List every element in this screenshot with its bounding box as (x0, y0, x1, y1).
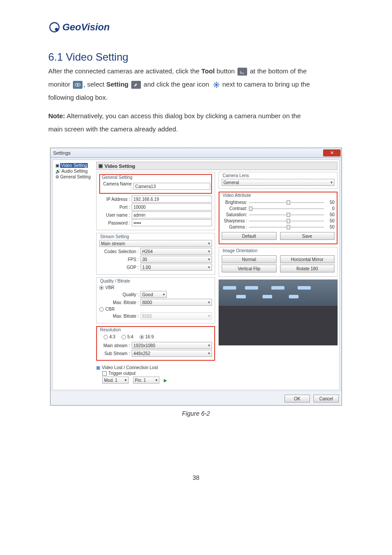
max-label: Max. Bitrate : (99, 300, 139, 305)
sharpness-val: 50 (326, 218, 334, 223)
saturation-val: 50 (326, 212, 334, 217)
text: next to camera to bring up the (222, 80, 309, 88)
quality-label: Quality : (99, 292, 139, 297)
contrast-val: 0 (326, 206, 334, 211)
text: , select (83, 80, 106, 88)
save-button[interactable]: Save (280, 232, 335, 240)
cancel-button[interactable]: Cancel (313, 395, 339, 403)
text: After the connected cameras are activate… (48, 67, 201, 75)
r169-label: 16:9 (145, 334, 154, 339)
text: monitor (48, 80, 72, 88)
subres-select[interactable]: 448x252 (132, 350, 212, 357)
camera-name-input[interactable]: Camera13 (133, 183, 210, 190)
max-select[interactable]: 8000 (140, 299, 212, 306)
codec-select[interactable]: H264 (140, 248, 212, 255)
gamma-val: 50 (326, 225, 334, 229)
cbr-label: CBR (105, 307, 115, 312)
brightness-slider[interactable] (249, 202, 324, 203)
gamma-slider[interactable] (249, 227, 324, 228)
subres-label: Sub Stream : (99, 351, 130, 356)
vbr-label: VBR (105, 285, 115, 290)
dialog-title: Settings (53, 150, 71, 156)
ratio-43[interactable] (104, 335, 108, 339)
pass-input[interactable]: ••••• (132, 219, 212, 226)
close-button[interactable]: ✕ (323, 149, 341, 156)
gop-label: GOP : (99, 265, 139, 270)
brightness-label: Brightness: (222, 200, 247, 205)
settings-dialog: Settings ✕ ▣Video Setting 🔊Audio Setting… (50, 148, 342, 406)
trigger-checkbox[interactable] (102, 371, 107, 376)
vflip-button[interactable]: Vertical Flip (222, 265, 277, 272)
svg-point-4 (216, 83, 218, 86)
gop-select[interactable]: 1.00 (140, 264, 212, 271)
attr-fieldset: Video Attribute Brightness:50 Contrast:0… (219, 192, 338, 244)
normal-button[interactable]: Normal (222, 255, 277, 263)
ratio-169[interactable] (140, 335, 144, 339)
port-input[interactable]: 10000 (132, 203, 212, 210)
hmirror-button[interactable]: Horizontal Mirror (280, 255, 335, 263)
port-label: Port : (99, 205, 130, 210)
ip-input[interactable]: 192.168.6.19 (132, 196, 212, 203)
note-line-2: main screen with the camera already adde… (48, 124, 344, 134)
text: and click the gear icon (142, 80, 211, 88)
tree-video[interactable]: ▣Video Setting (55, 163, 95, 168)
ok-button[interactable]: OK (284, 395, 310, 403)
vbr-radio[interactable] (99, 286, 104, 290)
tool-icon (237, 68, 247, 76)
general-legend: General Setting (101, 175, 133, 180)
attr-legend: Video Attribute (222, 193, 252, 198)
svg-line-10 (218, 86, 219, 87)
lost-fieldset: ▦Video Lost / Connection Lost Trigger ou… (96, 363, 215, 385)
tree-audio[interactable]: 🔊Audio Setting (55, 168, 95, 174)
settings-tree: ▣Video Setting 🔊Audio Setting ⚙General S… (54, 162, 96, 388)
titlebar: Settings ✕ (50, 148, 342, 158)
intro-line-2: monitor , select Setting and click the g… (48, 79, 344, 90)
max2-select: 8192 (140, 312, 212, 319)
stream-select[interactable]: Main stream (99, 240, 212, 247)
default-button[interactable]: Default (222, 232, 277, 240)
quality-select[interactable]: Good (140, 291, 167, 298)
max2-label: Max. Bitrate : (99, 314, 139, 319)
mainres-select[interactable]: 1920x1080 (132, 342, 212, 349)
saturation-slider[interactable] (249, 214, 324, 215)
setting-word: Setting (106, 80, 129, 88)
play-icon[interactable]: ▶ (164, 378, 167, 383)
text (129, 80, 130, 88)
pin-select[interactable]: Pin. 1 (133, 377, 159, 384)
tree-general[interactable]: ⚙General Setting (55, 174, 95, 180)
svg-line-9 (215, 83, 216, 83)
lens-select[interactable]: General (222, 179, 334, 186)
r180-button[interactable]: Rotate 180 (280, 265, 335, 272)
panel-header: ▣Video Setting (96, 162, 338, 170)
bitrate-legend: Quality / Bitrate (99, 279, 131, 283)
sharpness-slider[interactable] (249, 221, 324, 221)
note-label: Note: (48, 112, 65, 120)
fps-select[interactable]: 30 (140, 256, 212, 263)
r54-label: 5:4 (127, 334, 133, 339)
text: at the bottom of the (248, 67, 306, 75)
intro-line-1: After the connected cameras are activate… (48, 66, 344, 76)
fps-label: FPS : (99, 257, 139, 262)
camera-name-label: Camera Name : (101, 181, 132, 191)
mod-select[interactable]: Mod. 1 (102, 377, 129, 384)
saturation-label: Saturation: (222, 212, 247, 217)
sharpness-label: Sharpness : (222, 218, 247, 223)
orient-legend: Image Orientation (222, 248, 259, 253)
svg-point-0 (50, 23, 59, 32)
svg-line-12 (218, 83, 219, 83)
figure-label: Figure 6-2 (48, 410, 344, 417)
eye-icon (73, 81, 83, 89)
contrast-slider[interactable] (249, 208, 324, 209)
codec-label: Codec Selection : (99, 249, 139, 254)
stream-legend: Stream Setting (99, 234, 130, 239)
user-input[interactable]: admin (132, 211, 212, 218)
r43-label: 4:3 (109, 334, 115, 339)
brightness-val: 50 (326, 200, 334, 205)
trigger-label: Trigger output (108, 371, 136, 376)
lens-fieldset: Camera Lens General (219, 172, 338, 189)
cbr-radio[interactable] (99, 307, 104, 312)
ratio-54[interactable] (122, 335, 126, 339)
section-heading: 6.1 Video Setting (48, 51, 344, 63)
svg-line-11 (215, 86, 216, 87)
intro-line-3: following dialog box. (48, 92, 344, 103)
